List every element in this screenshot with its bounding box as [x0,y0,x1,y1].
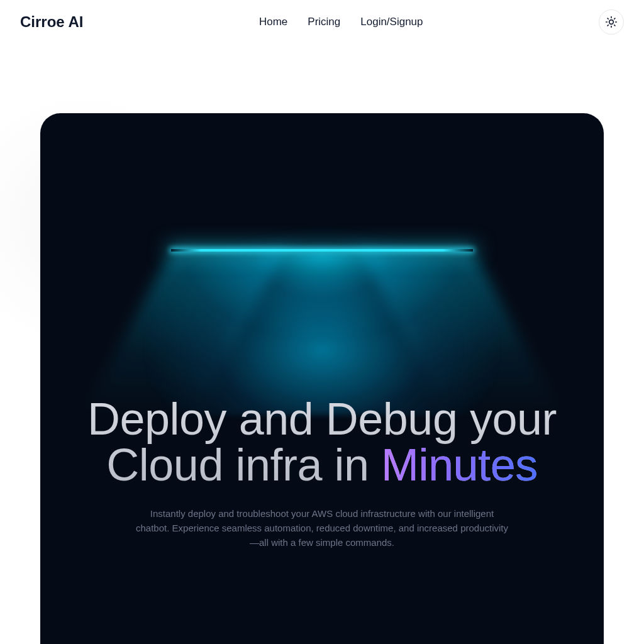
theme-toggle-button[interactable] [599,9,624,35]
nav-login-signup[interactable]: Login/Signup [360,16,423,28]
svg-line-7 [608,25,608,26]
header: Cirroe AI Home Pricing Login/Signup [0,0,644,44]
hero-panel: Deploy and Debug your Cloud infra in Min… [40,113,604,644]
svg-line-8 [614,18,615,19]
hero-headline: Deploy and Debug your Cloud infra in Min… [40,396,604,489]
svg-point-0 [609,20,614,25]
top-nav: Home Pricing Login/Signup [259,16,423,28]
sun-icon [605,16,618,28]
light-beam [40,113,604,402]
hero-subcopy: Instantly deploy and troubleshoot your A… [133,506,511,550]
nav-pricing[interactable]: Pricing [308,16,340,28]
headline-accent: Minutes [381,440,538,490]
logo[interactable]: Cirroe AI [20,13,83,31]
svg-line-4 [614,25,615,26]
nav-home[interactable]: Home [259,16,287,28]
svg-line-3 [608,18,608,19]
